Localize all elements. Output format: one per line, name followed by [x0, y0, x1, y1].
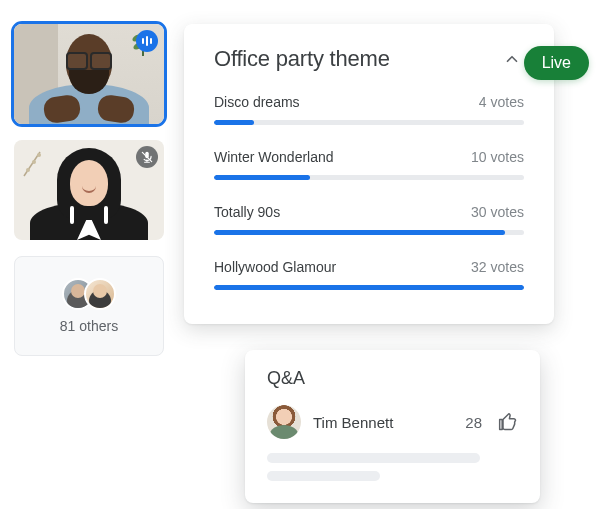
poll-option[interactable]: Disco dreams4 votes: [214, 94, 524, 125]
poll-progress-fill: [214, 175, 310, 180]
svg-point-5: [32, 160, 36, 164]
poll-progress-track: [214, 230, 524, 235]
poll-progress-fill: [214, 120, 254, 125]
avatar: [267, 405, 301, 439]
qa-card: Q&A Tim Bennett 28: [245, 350, 540, 503]
svg-point-4: [26, 168, 30, 172]
poll-option-votes: 10 votes: [471, 149, 524, 165]
thumbs-up-icon: [498, 412, 518, 432]
poll-option[interactable]: Hollywood Glamour32 votes: [214, 259, 524, 290]
qa-entry[interactable]: Tim Bennett 28: [267, 405, 518, 439]
mic-off-icon: [136, 146, 158, 168]
poll-header: Office party theme: [214, 46, 524, 72]
collapse-poll-button[interactable]: [500, 47, 524, 71]
poll-progress-fill: [214, 285, 524, 290]
poll-progress-fill: [214, 230, 505, 235]
plant-decoration-icon: [20, 146, 54, 180]
poll-option-row: Winter Wonderland10 votes: [214, 149, 524, 165]
poll-progress-track: [214, 175, 524, 180]
participant-tile[interactable]: [14, 140, 164, 240]
svg-point-6: [37, 153, 41, 157]
poll-option-row: Disco dreams4 votes: [214, 94, 524, 110]
poll-option[interactable]: Totally 90s30 votes: [214, 204, 524, 235]
qa-text-placeholder: [267, 453, 480, 463]
qa-text-placeholder: [267, 471, 380, 481]
poll-options-list: Disco dreams4 votesWinter Wonderland10 v…: [214, 94, 524, 290]
others-count-label: 81 others: [60, 318, 118, 334]
poll-option-label: Disco dreams: [214, 94, 300, 110]
participant-column: 81 others: [14, 24, 164, 372]
poll-card: Office party theme Disco dreams4 votesWi…: [184, 24, 554, 324]
poll-option-label: Hollywood Glamour: [214, 259, 336, 275]
avatar-stack: [62, 278, 116, 310]
participant-face: [70, 160, 108, 206]
poll-option-row: Hollywood Glamour32 votes: [214, 259, 524, 275]
poll-option[interactable]: Winter Wonderland10 votes: [214, 149, 524, 180]
chevron-up-icon: [503, 50, 521, 68]
qa-title: Q&A: [267, 368, 518, 389]
qa-author-name: Tim Bennett: [313, 414, 453, 431]
poll-title: Office party theme: [214, 46, 390, 72]
live-badge: Live: [524, 46, 589, 80]
upvote-button[interactable]: [498, 412, 518, 432]
earphone-icon: [104, 206, 108, 224]
qa-upvote-count: 28: [465, 414, 482, 431]
others-tile[interactable]: 81 others: [14, 256, 164, 356]
participant-tile-active[interactable]: [14, 24, 164, 124]
poll-option-row: Totally 90s30 votes: [214, 204, 524, 220]
poll-option-label: Totally 90s: [214, 204, 280, 220]
poll-option-label: Winter Wonderland: [214, 149, 334, 165]
poll-option-votes: 32 votes: [471, 259, 524, 275]
earphone-icon: [70, 206, 74, 224]
glasses-icon: [64, 52, 114, 66]
speaking-icon: [136, 30, 158, 52]
poll-option-votes: 30 votes: [471, 204, 524, 220]
poll-progress-track: [214, 285, 524, 290]
poll-progress-track: [214, 120, 524, 125]
avatar: [84, 278, 116, 310]
poll-option-votes: 4 votes: [479, 94, 524, 110]
